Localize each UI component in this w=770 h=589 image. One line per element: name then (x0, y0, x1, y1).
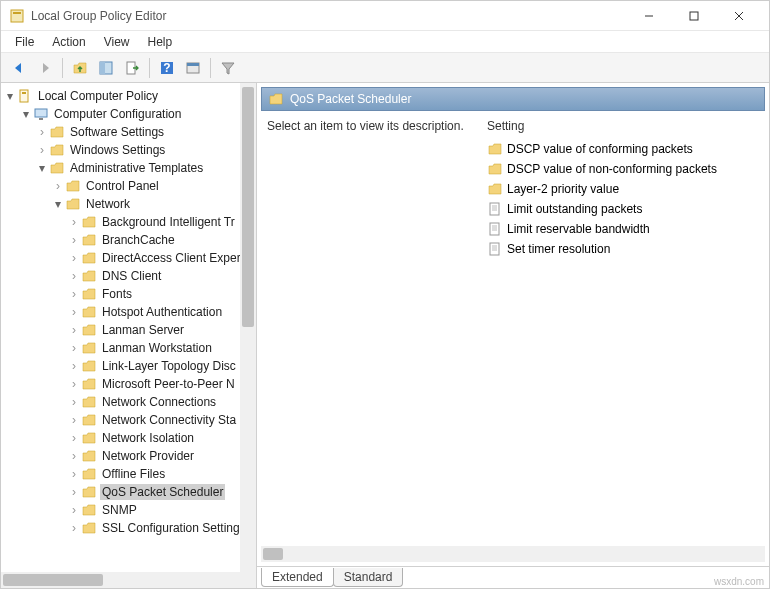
tree-windows-settings[interactable]: ›Windows Settings (3, 141, 256, 159)
tree-network-item-11[interactable]: ›Network Connectivity Sta (3, 411, 256, 429)
maximize-button[interactable] (671, 2, 716, 30)
app-icon (9, 8, 25, 24)
tree-item-label: DirectAccess Client Experi (100, 250, 245, 266)
tree-administrative-templates[interactable]: ▾Administrative Templates (3, 159, 256, 177)
tree-network-item-0[interactable]: ›Background Intelligent Tr (3, 213, 256, 231)
svg-rect-3 (690, 12, 698, 20)
page-icon (487, 201, 503, 217)
toolbar-separator (149, 58, 150, 78)
detail-horizontal-scrollbar[interactable] (261, 546, 765, 562)
tree-network-item-10[interactable]: ›Network Connections (3, 393, 256, 411)
policy-tree[interactable]: ▾Local Computer Policy▾Computer Configur… (1, 83, 256, 541)
help-button[interactable]: ? (155, 56, 179, 80)
svg-rect-15 (35, 109, 47, 117)
folder-icon (487, 141, 503, 157)
tree-pane: ▾Local Computer Policy▾Computer Configur… (1, 83, 257, 588)
menu-bar: File Action View Help (1, 31, 769, 53)
setting-item-label: Layer-2 priority value (507, 182, 619, 196)
tree-network-item-2[interactable]: ›DirectAccess Client Experi (3, 249, 256, 267)
page-icon (487, 221, 503, 237)
tree-item-label: Software Settings (68, 124, 166, 140)
tree-network-item-15[interactable]: ›QoS Packet Scheduler (3, 483, 256, 501)
tree-control-panel[interactable]: ›Control Panel (3, 177, 256, 195)
back-button[interactable] (7, 56, 31, 80)
tree-network-item-3[interactable]: ›DNS Client (3, 267, 256, 285)
tree-horizontal-scrollbar[interactable] (1, 572, 256, 588)
tree-network-item-14[interactable]: ›Offline Files (3, 465, 256, 483)
menu-view[interactable]: View (96, 33, 138, 51)
tree-network-item-13[interactable]: ›Network Provider (3, 447, 256, 465)
minimize-button[interactable] (626, 2, 671, 30)
tree-network-item-7[interactable]: ›Lanman Workstation (3, 339, 256, 357)
setting-item-0[interactable]: DSCP value of conforming packets (487, 139, 759, 159)
settings-column: Setting DSCP value of conforming packets… (487, 119, 759, 538)
tree-vertical-scrollbar[interactable] (240, 83, 256, 572)
toolbar-separator (210, 58, 211, 78)
tree-item-label: Lanman Server (100, 322, 186, 338)
tree-network-item-5[interactable]: ›Hotspot Authentication (3, 303, 256, 321)
setting-item-2[interactable]: Layer-2 priority value (487, 179, 759, 199)
tree-item-label: Link-Layer Topology Disc (100, 358, 238, 374)
svg-rect-0 (11, 10, 23, 22)
tree-item-label: BranchCache (100, 232, 177, 248)
tree-item-label: Network Connections (100, 394, 218, 410)
tree-item-label: Network Provider (100, 448, 196, 464)
setting-item-3[interactable]: Limit outstanding packets (487, 199, 759, 219)
tree-software-settings[interactable]: ›Software Settings (3, 123, 256, 141)
menu-action[interactable]: Action (44, 33, 93, 51)
export-list-button[interactable] (120, 56, 144, 80)
setting-item-1[interactable]: DSCP value of non-conforming packets (487, 159, 759, 179)
tree-network[interactable]: ▾Network (3, 195, 256, 213)
setting-item-label: DSCP value of non-conforming packets (507, 162, 717, 176)
description-column: Select an item to view its description. (267, 119, 467, 538)
detail-header-title: QoS Packet Scheduler (290, 92, 411, 106)
settings-header: Setting (487, 119, 759, 133)
setting-item-label: Set timer resolution (507, 242, 610, 256)
setting-item-label: DSCP value of conforming packets (507, 142, 693, 156)
tree-item-label: Control Panel (84, 178, 161, 194)
tree-item-label: Hotspot Authentication (100, 304, 224, 320)
setting-item-4[interactable]: Limit reservable bandwidth (487, 219, 759, 239)
tree-network-item-16[interactable]: ›SNMP (3, 501, 256, 519)
menu-file[interactable]: File (7, 33, 42, 51)
tree-item-label: Background Intelligent Tr (100, 214, 237, 230)
tree-item-label: Windows Settings (68, 142, 167, 158)
watermark: wsxdn.com (714, 576, 764, 587)
detail-pane: QoS Packet Scheduler Select an item to v… (257, 83, 769, 588)
tree-network-item-4[interactable]: ›Fonts (3, 285, 256, 303)
tree-network-item-1[interactable]: ›BranchCache (3, 231, 256, 249)
tree-item-label: Fonts (100, 286, 134, 302)
filter-button[interactable] (216, 56, 240, 80)
svg-rect-21 (490, 223, 499, 235)
tree-root[interactable]: ▾Local Computer Policy (3, 87, 256, 105)
tree-item-label: SNMP (100, 502, 139, 518)
close-button[interactable] (716, 2, 761, 30)
menu-help[interactable]: Help (140, 33, 181, 51)
properties-button[interactable] (181, 56, 205, 80)
up-button[interactable] (68, 56, 92, 80)
tree-item-label: QoS Packet Scheduler (100, 484, 225, 500)
svg-rect-16 (39, 118, 43, 120)
window-title: Local Group Policy Editor (31, 9, 626, 23)
svg-rect-7 (100, 62, 105, 74)
setting-item-5[interactable]: Set timer resolution (487, 239, 759, 259)
tree-network-item-9[interactable]: ›Microsoft Peer-to-Peer N (3, 375, 256, 393)
tab-standard[interactable]: Standard (333, 568, 404, 587)
tree-item-label: Computer Configuration (52, 106, 183, 122)
svg-rect-14 (22, 92, 26, 94)
tree-computer-configuration[interactable]: ▾Computer Configuration (3, 105, 256, 123)
show-hide-tree-button[interactable] (94, 56, 118, 80)
tree-network-item-6[interactable]: ›Lanman Server (3, 321, 256, 339)
svg-rect-17 (490, 203, 499, 215)
detail-header: QoS Packet Scheduler (261, 87, 765, 111)
tree-item-label: Lanman Workstation (100, 340, 214, 356)
svg-rect-13 (20, 90, 28, 102)
tree-item-label: Administrative Templates (68, 160, 205, 176)
tree-item-label: Network Isolation (100, 430, 196, 446)
forward-button[interactable] (33, 56, 57, 80)
setting-item-label: Limit outstanding packets (507, 202, 642, 216)
tree-network-item-8[interactable]: ›Link-Layer Topology Disc (3, 357, 256, 375)
tree-network-item-17[interactable]: ›SSL Configuration Setting (3, 519, 256, 537)
tree-network-item-12[interactable]: ›Network Isolation (3, 429, 256, 447)
tab-extended[interactable]: Extended (261, 568, 334, 587)
